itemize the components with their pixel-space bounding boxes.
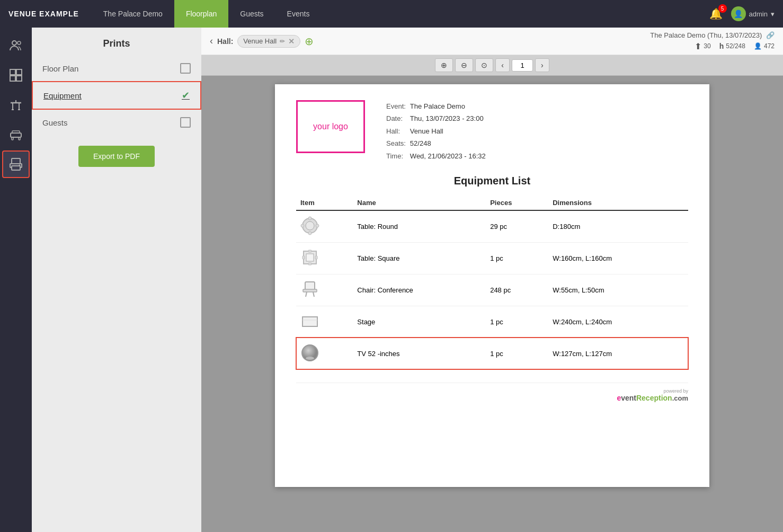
svg-rect-28 xyxy=(315,256,317,259)
date-value: Thu, 13/07/2023 - 23:00 xyxy=(410,112,490,125)
pdf-footer: powered by eventReception.com xyxy=(296,383,688,402)
sidebar-item-print[interactable] xyxy=(2,150,30,178)
svg-rect-3 xyxy=(16,69,22,75)
content-area: ‹ Hall: Venue Hall ✏ ✕ ⊕ The Palace Demo… xyxy=(201,28,783,532)
er-logo-vent: vent xyxy=(621,394,636,402)
nav-guests[interactable]: Guests xyxy=(228,0,275,28)
equip-name-3: Stage xyxy=(353,306,486,338)
hall-edit-icon[interactable]: ✏ xyxy=(280,38,285,45)
print-checkbox-floorplan[interactable] xyxy=(180,63,191,74)
page-next-button[interactable]: › xyxy=(535,58,549,72)
hall-add-button[interactable]: ⊕ xyxy=(305,35,314,48)
equipment-row-4: TV 52 -inches1 pcW:127cm, L:127cm xyxy=(296,338,688,369)
svg-rect-32 xyxy=(303,289,317,292)
stat-guests: 👤 472 xyxy=(754,42,775,50)
app-brand: VENUE EXAMPLE xyxy=(8,10,79,18)
pdf-page: your logo Event: The Palace Demo Date: T… xyxy=(275,84,709,487)
er-logo-reception: Reception xyxy=(636,394,672,402)
equip-icon-1 xyxy=(296,242,353,274)
notifications-button[interactable]: 🔔 5 xyxy=(707,5,725,22)
date-label: Date: xyxy=(386,112,410,125)
venue-info: The Palace Demo (Thu, 13/07/2023) 🔗 xyxy=(650,31,775,39)
col-pieces: Pieces xyxy=(486,196,548,210)
collapse-sidebar-button[interactable]: ‹ xyxy=(210,36,213,47)
nav-the-palace-demo[interactable]: The Palace Demo xyxy=(92,0,174,28)
prints-title: Prints xyxy=(32,28,201,56)
col-dimensions: Dimensions xyxy=(548,196,688,210)
capacity-icon: h xyxy=(719,42,724,50)
print-item-guests-label: Guests xyxy=(42,118,68,127)
equip-icon-4 xyxy=(296,338,353,369)
top-navigation: VENUE EXAMPLE The Palace Demo Floorplan … xyxy=(0,0,783,28)
powered-by-text: powered by xyxy=(617,388,688,394)
stat-seats: ⬆ 30 xyxy=(695,41,710,51)
sidebar-item-furniture[interactable] xyxy=(2,121,30,148)
svg-rect-30 xyxy=(308,263,312,265)
nav-right-controls: 🔔 5 👤 admin ▾ xyxy=(707,5,775,22)
equipment-row-3: Stage1 pcW:240cm, L:240cm xyxy=(296,306,688,338)
eventreception-logo: powered by eventReception.com xyxy=(617,388,688,402)
equip-pieces-3: 1 pc xyxy=(486,306,548,338)
print-checkbox-guests[interactable] xyxy=(180,117,191,128)
col-name: Name xyxy=(353,196,486,210)
svg-rect-35 xyxy=(302,317,317,326)
pdf-content[interactable]: your logo Event: The Palace Demo Date: T… xyxy=(201,76,783,532)
sidebar-item-guests[interactable] xyxy=(2,32,30,59)
svg-point-23 xyxy=(301,224,304,227)
col-item: Item xyxy=(296,196,353,210)
svg-point-21 xyxy=(308,217,312,220)
print-item-floorplan[interactable]: Floor Plan xyxy=(32,56,201,81)
admin-chevron-icon: ▾ xyxy=(771,10,775,18)
page-prev-button[interactable]: ‹ xyxy=(495,58,510,72)
prints-sidebar: Prints Floor Plan Equipment ✔ Guests Exp… xyxy=(32,28,201,532)
equip-name-0: Table: Round xyxy=(353,210,486,243)
time-value-pdf: Wed, 21/06/2023 - 16:32 xyxy=(410,150,490,162)
zoom-out-button[interactable]: ⊖ xyxy=(455,58,473,72)
print-item-equipment-label: Equipment xyxy=(43,91,82,100)
svg-rect-12 xyxy=(11,133,21,137)
nav-events[interactable]: Events xyxy=(275,0,322,28)
nav-floorplan[interactable]: Floorplan xyxy=(174,0,228,28)
svg-rect-16 xyxy=(12,158,20,164)
svg-point-22 xyxy=(308,232,312,235)
print-item-floorplan-label: Floor Plan xyxy=(42,64,78,73)
pdf-logo-text: your logo xyxy=(313,122,348,131)
equip-name-4: TV 52 -inches xyxy=(353,338,486,369)
svg-rect-17 xyxy=(12,166,20,170)
capacity-value: 52/248 xyxy=(726,42,745,50)
pdf-logo-placeholder: your logo xyxy=(296,100,365,153)
venue-info-text: The Palace Demo (Thu, 13/07/2023) xyxy=(650,31,762,39)
svg-point-0 xyxy=(12,41,16,45)
sidebar-item-floorplan[interactable] xyxy=(2,61,30,89)
svg-rect-14 xyxy=(19,137,20,140)
hall-right-info: The Palace Demo (Thu, 13/07/2023) 🔗 ⬆ 30… xyxy=(650,31,775,51)
main-layout: Prints Floor Plan Equipment ✔ Guests Exp… xyxy=(0,28,783,532)
equip-icon-3 xyxy=(296,306,353,338)
equip-dimensions-1: W:160cm, L:160cm xyxy=(548,242,688,274)
time-label-pdf: Time: xyxy=(386,150,410,162)
admin-menu-button[interactable]: 👤 admin ▾ xyxy=(731,6,775,21)
seats-label-pdf: Seats: xyxy=(386,137,410,149)
equip-dimensions-4: W:127cm, L:127cm xyxy=(548,338,688,369)
event-label: Event: xyxy=(386,100,410,112)
equip-dimensions-0: D:180cm xyxy=(548,210,688,243)
page-number-input[interactable] xyxy=(512,59,533,72)
seats-arrow-icon: ⬆ xyxy=(695,41,701,51)
svg-rect-29 xyxy=(308,250,312,252)
zoom-fit-button[interactable]: ⊙ xyxy=(475,58,493,72)
svg-rect-5 xyxy=(16,76,22,81)
equip-pieces-2: 248 pc xyxy=(486,274,548,306)
svg-rect-2 xyxy=(10,69,15,75)
admin-avatar-icon: 👤 xyxy=(731,6,746,21)
svg-point-24 xyxy=(316,224,319,227)
zoom-in-button[interactable]: ⊕ xyxy=(435,58,453,72)
notification-badge: 5 xyxy=(718,4,727,13)
print-item-guests[interactable]: Guests xyxy=(32,110,201,135)
print-item-equipment[interactable]: Equipment ✔ xyxy=(32,81,201,110)
equipment-list-title: Equipment List xyxy=(296,175,688,187)
hall-close-icon[interactable]: ✕ xyxy=(288,37,295,46)
sidebar-item-tables[interactable] xyxy=(2,91,30,119)
print-checkmark-equipment: ✔ xyxy=(182,90,190,101)
export-pdf-button[interactable]: Export to PDF xyxy=(78,146,155,167)
stat-capacity: h 52/248 xyxy=(719,42,745,50)
